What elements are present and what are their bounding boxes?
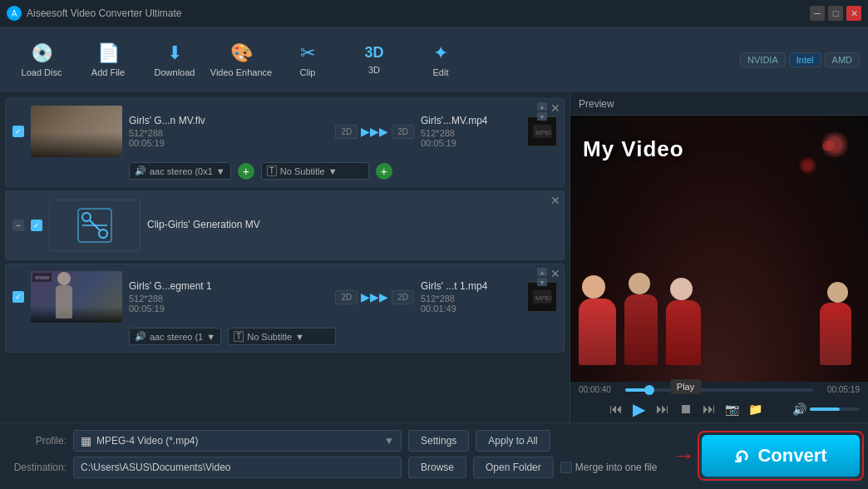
apply-all-button[interactable]: Apply to All [476,430,550,452]
fast-forward-button[interactable]: ⏭ [653,399,673,419]
video1-add-subtitle-button[interactable]: + [376,163,392,180]
maximize-button[interactable]: □ [828,6,843,21]
settings-label: Settings [421,435,456,447]
close-video1-button[interactable]: ✕ [550,102,560,114]
video-item-1: ✕ ▲ ▼ ✓ Girls' G...n MV.flv 512*288 00:0… [5,98,565,187]
toolbar-clip[interactable]: ✂ Clip [274,31,341,89]
video1-info: Girls' G...n MV.flv 512*288 00:05:19 [129,115,328,148]
close-button[interactable]: ✕ [846,6,861,21]
edit-label: Edit [433,67,449,77]
toolbar-load-disc[interactable]: 💿 Load Disc [8,31,75,89]
profile-dropdown-icon: ▼ [384,435,394,447]
app-icon: A [7,6,22,21]
3d-icon: 3D [364,44,383,62]
toolbar-3d[interactable]: 3D 3D [341,31,407,89]
toolbar-video-enhance[interactable]: 🎨 Video Enhance [208,31,274,89]
video2-main-row: ✓ www Girls' G...egment 1 512*288 00:05:… [12,271,557,323]
video1-output: Girls'...MV.mp4 512*288 00:05:19 [421,115,520,148]
volume-track[interactable] [810,408,860,411]
3d-label: 3D [368,65,380,75]
stop-button[interactable]: ⏹ [676,399,696,419]
speaker-icon: 🔊 [135,165,146,176]
title-bar: A Aiseesoft Video Converter Ultimate ─ □… [0,0,868,27]
destination-input[interactable] [73,457,402,478]
video2-output-dims: 512*288 [421,294,520,304]
video1-subtitle-label: No Subtitle [280,166,325,176]
right-panel: Preview My Video [570,93,868,422]
open-folder-label: Open Folder [486,462,541,473]
edit-icon: ✦ [433,42,448,64]
video2-audio-label: aac stereo (1 [150,332,203,342]
toolbar-add-file[interactable]: 📄 Add File [75,31,141,89]
scroll-up-2[interactable]: ▲ [537,268,547,276]
audio2-dropdown-icon: ▼ [206,332,215,342]
toolbar-edit[interactable]: ✦ Edit [407,31,474,89]
intel-badge: Intel [789,52,821,67]
video-enhance-label: Video Enhance [210,67,272,77]
title-bar-left: A Aiseesoft Video Converter Ultimate [7,6,182,21]
toolbar-hw-badges: NVIDIA Intel AMD [740,52,860,67]
volume-fill [810,408,840,411]
close-clip-button[interactable]: ✕ [550,195,560,206]
volume-section: 🔊 [792,403,860,416]
play-button[interactable]: ▶ [629,399,649,419]
progress-bar: 00:00:40 00:05:19 [579,385,860,394]
scroll-up-1[interactable]: ▲ [537,102,547,111]
merge-check-box[interactable] [560,462,572,473]
clip-checkbox-minus[interactable]: − [12,220,24,231]
convert-button[interactable]: ↺ Convert [702,435,860,477]
video1-name: Girls' G...n MV.flv [129,115,328,126]
clip-label: Clip [300,67,316,77]
skip-end-button[interactable]: ⏭ [699,399,719,419]
download-label: Download [155,67,195,77]
video2-controls-row: 🔊 aac stereo (1 ▼ T No Subtitle ▼ [12,328,557,345]
browse-button[interactable]: Browse [408,457,466,478]
progress-track[interactable] [625,388,813,392]
scroll-down-2[interactable]: ▼ [537,278,547,286]
video2-name: Girls' G...egment 1 [129,280,328,292]
clip-group-name: Clip-Girls' Generation MV [147,219,260,230]
screenshot-button[interactable]: 📷 [723,399,742,419]
video1-checkbox[interactable]: ✓ [12,126,24,137]
svg-text:MPEG: MPEG [535,129,552,136]
video1-audio-select[interactable]: 🔊 aac stereo (0x1 ▼ [129,162,231,180]
video1-add-audio-button[interactable]: + [238,163,254,180]
download-icon: ⬇ [167,42,182,64]
time-current: 00:00:40 [579,385,620,394]
convert-rotate-icon: ↺ [734,445,749,467]
add-file-icon: 📄 [97,42,120,64]
clip-group-item: ✕ − ✓ Clip-Girls' Generation MV [5,190,565,260]
settings-button[interactable]: Settings [408,430,469,452]
video1-subtitle-select[interactable]: T No Subtitle ▼ [261,162,369,180]
browse-label: Browse [421,462,454,473]
video1-output-thumb: MPEG [527,116,557,146]
video1-dims: 512*288 [129,128,328,138]
app-title: Aiseesoft Video Converter Ultimate [27,7,182,19]
video2-output-thumb: MPEG [527,282,557,312]
preview-controls: 00:00:40 00:05:19 ⏮ ▶ ⏭ ⏹ ⏭ 📷 📁 Play [570,382,868,422]
video2-checkbox[interactable]: ✓ [12,291,24,303]
video2-audio-select[interactable]: 🔊 aac stereo (1 ▼ [129,328,221,345]
scroll-down-1[interactable]: ▼ [537,112,547,121]
merge-label: Merge into one file [575,462,658,473]
minimize-button[interactable]: ─ [810,6,825,21]
close-video2-button[interactable]: ✕ [550,268,560,279]
merge-checkbox[interactable]: Merge into one file [560,462,658,473]
clip-checkbox-plus[interactable]: ✓ [31,220,42,231]
video2-subtitle-select[interactable]: T No Subtitle ▼ [228,328,336,345]
folder-button[interactable]: 📁 [746,399,766,419]
clip-header: − ✓ Clip-Girls' Generation MV [12,196,557,254]
open-folder-button[interactable]: Open Folder [473,457,554,478]
main-area: ✕ ▲ ▼ ✓ Girls' G...n MV.flv 512*288 00:0… [0,93,868,422]
skip-back-button[interactable]: ⏮ [606,399,626,419]
convert-label: Convert [757,445,826,467]
convert-arrow-pointer: → [672,442,695,469]
scroll-buttons-1: ▲ ▼ [537,102,547,121]
profile-select[interactable]: ▦ MPEG-4 Video (*.mp4) ▼ [73,430,402,452]
load-disc-label: Load Disc [22,67,62,77]
video2-thumbnail: www [31,271,122,323]
video2-output: Girls' ...t 1.mp4 512*288 00:01:49 [421,280,520,314]
clip-thumb [49,200,141,251]
toolbar-download[interactable]: ⬇ Download [141,31,208,89]
video1-output-dims: 512*288 [421,128,520,138]
